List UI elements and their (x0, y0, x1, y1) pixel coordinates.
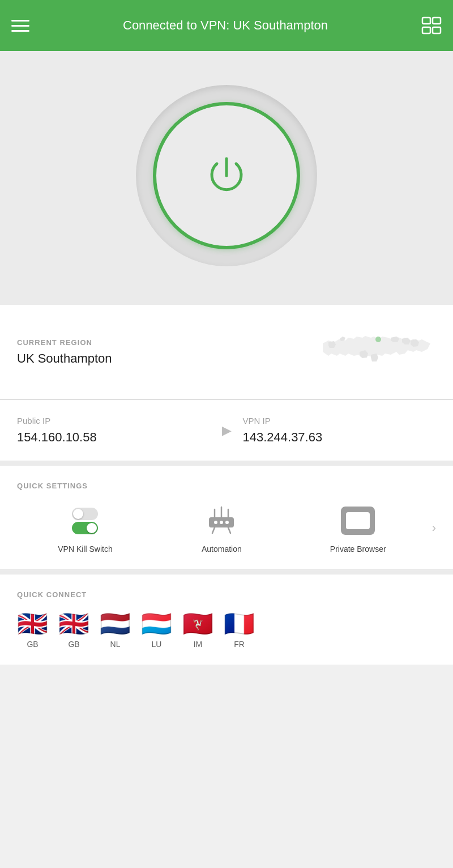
flags-row: 🇬🇧GB🇬🇧GB🇳🇱NL🇱🇺LU🇮🇲IM🇫🇷FR (17, 611, 436, 649)
svg-point-12 (214, 521, 217, 524)
power-icon (201, 150, 252, 201)
flag-emoji-5: 🇫🇷 (224, 611, 255, 636)
svg-rect-1 (433, 18, 441, 24)
menu-button[interactable] (11, 20, 29, 32)
svg-rect-0 (422, 18, 430, 24)
region-info: CURRENT REGION UK Southampton (17, 338, 112, 366)
power-button[interactable] (153, 102, 300, 249)
flag-emoji-4: 🇮🇲 (182, 611, 213, 636)
flag-code-3: LU (152, 640, 162, 649)
ip-section: Public IP 154.160.10.58 ▶ VPN IP 143.244… (0, 400, 453, 461)
quick-connect-section: QUICK CONNECT 🇬🇧GB🇬🇧GB🇳🇱NL🇱🇺LU🇮🇲IM🇫🇷FR (0, 575, 453, 665)
region-label: CURRENT REGION (17, 338, 112, 347)
flag-item-2[interactable]: 🇳🇱NL (100, 611, 131, 649)
flag-code-1: GB (68, 640, 79, 649)
svg-point-13 (220, 521, 223, 524)
power-outer-ring (136, 85, 317, 266)
flag-emoji-0: 🇬🇧 (17, 611, 48, 636)
kill-switch-label: VPN Kill Switch (58, 544, 112, 554)
flag-code-2: NL (110, 640, 121, 649)
world-map (311, 321, 436, 383)
private-browser-icon (341, 507, 375, 535)
flag-item-0[interactable]: 🇬🇧GB (17, 611, 48, 649)
quick-settings-label: QUICK SETTINGS (17, 482, 436, 490)
flag-code-4: IM (194, 640, 203, 649)
svg-line-11 (228, 527, 230, 533)
region-name: UK Southampton (17, 351, 112, 366)
flag-emoji-1: 🇬🇧 (58, 611, 89, 636)
vpn-ip-value: 143.244.37.63 (243, 430, 437, 445)
svg-line-10 (212, 527, 215, 533)
vpn-ip-block: VPN IP 143.244.37.63 (243, 416, 437, 445)
public-ip-block: Public IP 154.160.10.58 (17, 416, 211, 445)
ip-arrow-icon: ▶ (211, 423, 243, 438)
private-browser-icon-container (340, 503, 376, 539)
public-ip-label: Public IP (17, 416, 211, 426)
quick-settings-chevron-icon[interactable]: › (426, 521, 436, 535)
svg-point-14 (225, 521, 229, 524)
power-section (0, 51, 453, 300)
app-header: Connected to VPN: UK Southampton (0, 0, 453, 51)
vpn-kill-switch-item[interactable]: VPN Kill Switch (17, 503, 153, 554)
toggle-on-icon (72, 522, 98, 534)
vpn-ip-label: VPN IP (243, 416, 437, 426)
flag-item-1[interactable]: 🇬🇧GB (58, 611, 89, 649)
public-ip-value: 154.160.10.58 (17, 430, 211, 445)
automation-label: Automation (202, 544, 242, 554)
flag-item-5[interactable]: 🇫🇷FR (224, 611, 255, 649)
network-settings-button[interactable] (421, 15, 442, 36)
header-title: Connected to VPN: UK Southampton (29, 18, 421, 33)
flag-emoji-2: 🇳🇱 (100, 611, 131, 636)
svg-rect-3 (433, 27, 441, 33)
quick-settings-section: QUICK SETTINGS VPN Kill Switch (0, 466, 453, 570)
svg-rect-2 (422, 27, 430, 33)
quick-connect-label: QUICK CONNECT (17, 590, 436, 599)
region-section: CURRENT REGION UK Southampton (0, 305, 453, 399)
flag-code-5: FR (234, 640, 245, 649)
flag-item-3[interactable]: 🇱🇺LU (141, 611, 172, 649)
flag-emoji-3: 🇱🇺 (141, 611, 172, 636)
map-svg (311, 321, 436, 383)
quick-settings-row: VPN Kill Switch (17, 503, 436, 554)
router-icon (203, 503, 240, 539)
flag-code-0: GB (27, 640, 38, 649)
private-browser-label: Private Browser (330, 544, 386, 554)
flag-item-4[interactable]: 🇮🇲IM (182, 611, 213, 649)
private-browser-item[interactable]: Private Browser (290, 503, 426, 554)
toggle-off-icon (72, 508, 98, 520)
kill-switch-icon (67, 503, 103, 539)
automation-item[interactable]: Automation (153, 503, 290, 554)
svg-point-5 (375, 337, 381, 342)
